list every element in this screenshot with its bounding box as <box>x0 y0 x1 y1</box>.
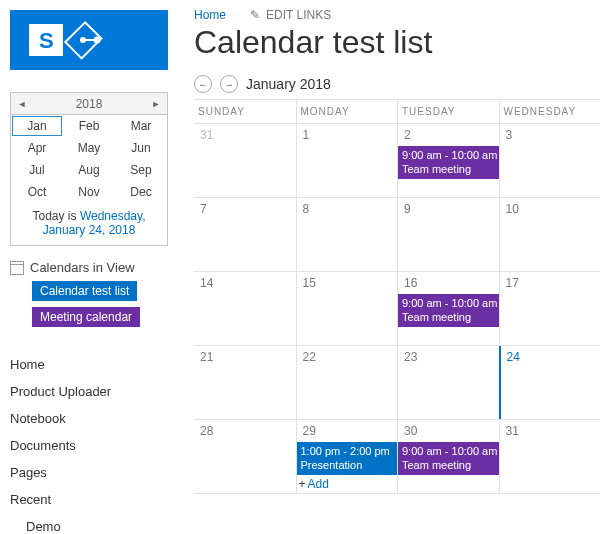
datepicker-prev[interactable]: ◄ <box>11 93 33 115</box>
datepicker-month-oct[interactable]: Oct <box>11 181 63 203</box>
day-number: 16 <box>398 272 499 294</box>
month-prev[interactable]: ← <box>194 75 212 93</box>
calendar-day[interactable]: 15 <box>296 272 398 345</box>
day-number: 3 <box>500 124 601 146</box>
day-number: 31 <box>500 420 601 442</box>
datepicker-month-nov[interactable]: Nov <box>63 181 115 203</box>
day-number: 9 <box>398 198 499 220</box>
add-event-link[interactable]: +Add <box>299 477 329 491</box>
datepicker-month-jan[interactable]: Jan <box>11 115 63 137</box>
datepicker-month-apr[interactable]: Apr <box>11 137 63 159</box>
day-header: MONDAY <box>296 100 398 123</box>
pencil-icon: ✎ <box>250 8 260 22</box>
calendar-day[interactable]: 28 <box>194 420 296 493</box>
datepicker-today: Today is Wednesday, January 24, 2018 <box>11 203 167 245</box>
breadcrumb-home[interactable]: Home <box>194 8 226 22</box>
nav-subitem[interactable]: Demo <box>10 513 180 534</box>
svg-text:S: S <box>39 28 54 53</box>
month-next[interactable]: → <box>220 75 238 93</box>
nav-item[interactable]: Documents <box>10 432 180 459</box>
sharepoint-logo[interactable]: S <box>10 10 168 70</box>
calendar-tag[interactable]: Meeting calendar <box>32 307 140 327</box>
calendar-day[interactable]: 31 <box>499 420 601 493</box>
day-number: 21 <box>194 346 296 368</box>
day-number: 15 <box>297 272 398 294</box>
day-number: 17 <box>500 272 601 294</box>
day-number: 23 <box>398 346 499 368</box>
datepicker-month-jun[interactable]: Jun <box>115 137 167 159</box>
nav-item[interactable]: Notebook <box>10 405 180 432</box>
datepicker-month-dec[interactable]: Dec <box>115 181 167 203</box>
calendar-day[interactable]: 9 <box>397 198 499 271</box>
calendar-day[interactable]: 24 <box>499 346 601 419</box>
datepicker-month-feb[interactable]: Feb <box>63 115 115 137</box>
plus-icon: + <box>299 477 306 491</box>
nav-item[interactable]: Product Uploader <box>10 378 180 405</box>
calendar-day[interactable]: 17 <box>499 272 601 345</box>
day-header: TUESDAY <box>397 100 499 123</box>
calendar-event[interactable]: 9:00 am - 10:00 amTeam meeting <box>398 442 499 475</box>
day-number: 7 <box>194 198 296 220</box>
nav-item[interactable]: Home <box>10 351 180 378</box>
calendar-day[interactable]: 169:00 am - 10:00 amTeam meeting <box>397 272 499 345</box>
calendar-day[interactable]: 21 <box>194 346 296 419</box>
day-number: 29 <box>297 420 398 442</box>
day-number: 1 <box>297 124 398 146</box>
calendar-day[interactable]: 29:00 am - 10:00 amTeam meeting <box>397 124 499 197</box>
mini-datepicker: ◄ 2018 ► JanFebMarAprMayJunJulAugSepOctN… <box>10 92 168 246</box>
page-title: Calendar test list <box>194 24 600 61</box>
nav-item[interactable]: Recent <box>10 486 180 513</box>
month-label: January 2018 <box>246 76 331 92</box>
calendar-event[interactable]: 9:00 am - 10:00 amTeam meeting <box>398 294 499 327</box>
day-number: 24 <box>501 346 601 368</box>
calendar-day[interactable]: 23 <box>397 346 499 419</box>
day-number: 22 <box>297 346 398 368</box>
calendar-day[interactable]: 7 <box>194 198 296 271</box>
day-number: 30 <box>398 420 499 442</box>
calendar-day[interactable]: 1 <box>296 124 398 197</box>
sharepoint-logo-icon: S <box>29 20 149 60</box>
calendar-event[interactable]: 1:00 pm - 2:00 pmPresentation <box>297 442 398 475</box>
datepicker-month-aug[interactable]: Aug <box>63 159 115 181</box>
calendar-day[interactable]: 31 <box>194 124 296 197</box>
day-header: WEDNESDAY <box>499 100 601 123</box>
calendar-day[interactable]: 14 <box>194 272 296 345</box>
calendar-event[interactable]: 9:00 am - 10:00 amTeam meeting <box>398 146 499 179</box>
nav-item[interactable]: Pages <box>10 459 180 486</box>
datepicker-next[interactable]: ► <box>145 93 167 115</box>
datepicker-month-jul[interactable]: Jul <box>11 159 63 181</box>
day-number: 31 <box>194 124 296 146</box>
datepicker-month-mar[interactable]: Mar <box>115 115 167 137</box>
day-number: 10 <box>500 198 601 220</box>
calendar-day[interactable]: 309:00 am - 10:00 amTeam meeting <box>397 420 499 493</box>
calendar-icon <box>10 261 24 275</box>
calendar-day[interactable]: 291:00 pm - 2:00 pmPresentation+Add <box>296 420 398 493</box>
day-number: 8 <box>297 198 398 220</box>
calendar-day[interactable]: 8 <box>296 198 398 271</box>
day-number: 2 <box>398 124 499 146</box>
day-header: SUNDAY <box>194 100 296 123</box>
calendar-day[interactable]: 10 <box>499 198 601 271</box>
datepicker-month-sep[interactable]: Sep <box>115 159 167 181</box>
calendar-tag[interactable]: Calendar test list <box>32 281 137 301</box>
day-number: 14 <box>194 272 296 294</box>
calendar-day[interactable]: 3 <box>499 124 601 197</box>
calendars-in-view-title: Calendars in View <box>30 260 135 275</box>
calendar-day[interactable]: 22 <box>296 346 398 419</box>
edit-links[interactable]: ✎ EDIT LINKS <box>250 8 331 22</box>
datepicker-year[interactable]: 2018 <box>76 97 103 111</box>
datepicker-month-may[interactable]: May <box>63 137 115 159</box>
day-number: 28 <box>194 420 296 442</box>
